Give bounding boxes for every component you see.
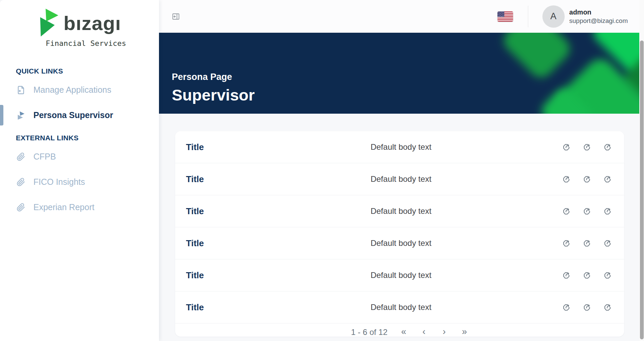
manage-applications-icon <box>16 85 26 95</box>
avatar: A <box>542 5 565 28</box>
list-row[interactable]: Title Default body text <box>175 195 624 227</box>
main-area: A admon support@bizagi.com Persona Page … <box>159 0 644 341</box>
brand-logo: bızagı Financial Services <box>0 0 159 48</box>
last-page-icon[interactable]: » <box>460 328 468 336</box>
list-row[interactable]: Title Default body text <box>175 131 624 163</box>
persona-list-card: Title Default body text <box>175 131 624 337</box>
sidebar-item-label: CFPB <box>33 152 56 162</box>
us-flag-icon <box>498 11 513 22</box>
row-body: Default body text <box>371 238 431 248</box>
row-body: Default body text <box>371 174 431 184</box>
row-body: Default body text <box>371 206 431 216</box>
share-icon[interactable] <box>603 303 612 312</box>
sidebar-item-persona-supervisor[interactable]: Persona Supervisor <box>0 103 159 128</box>
row-actions <box>562 143 616 152</box>
hero-banner: Persona Page Supervisor <box>159 33 644 114</box>
row-title: Title <box>186 270 329 281</box>
hero-eyebrow: Persona Page <box>172 72 644 82</box>
first-page-icon[interactable]: « <box>400 328 408 336</box>
active-item-indicator <box>0 105 3 125</box>
share-icon[interactable] <box>582 239 591 248</box>
list-row[interactable]: Title Default body text <box>175 259 624 291</box>
sidebar-item-label: FICO Insights <box>33 177 85 187</box>
share-icon[interactable] <box>562 271 571 280</box>
paperclip-icon <box>16 177 26 187</box>
share-icon[interactable] <box>562 207 571 216</box>
sidebar-item-cfpb[interactable]: CFPB <box>0 144 159 169</box>
bizagi-arrow-logo-icon <box>38 8 60 38</box>
sidebar: bızagı Financial Services QUICK LINKS Ma… <box>0 0 159 341</box>
app-window: bızagı Financial Services QUICK LINKS Ma… <box>0 0 644 341</box>
persona-icon <box>16 110 26 120</box>
share-icon[interactable] <box>603 239 612 248</box>
brand-wordmark: bızagı <box>63 13 121 33</box>
next-page-icon[interactable]: › <box>440 328 448 336</box>
sidebar-nav: QUICK LINKS Manage Applications <box>0 67 159 220</box>
previous-page-icon[interactable]: ‹ <box>420 328 428 336</box>
page-title: Supervisor <box>172 86 644 104</box>
topbar-divider <box>528 6 528 27</box>
share-icon[interactable] <box>562 143 571 152</box>
row-body: Default body text <box>371 303 431 312</box>
brand-subtitle: Financial Services <box>46 39 126 48</box>
share-icon[interactable] <box>603 175 612 184</box>
share-icon[interactable] <box>582 303 591 312</box>
row-actions <box>562 303 616 312</box>
row-actions <box>562 271 616 280</box>
share-icon[interactable] <box>562 303 571 312</box>
sidebar-item-label: Experian Report <box>33 202 95 212</box>
row-title: Title <box>186 206 329 217</box>
row-actions <box>562 207 616 216</box>
row-title: Title <box>186 238 329 249</box>
row-body: Default body text <box>371 142 431 152</box>
row-title: Title <box>186 302 329 313</box>
sidebar-item-fico-insights[interactable]: FICO Insights <box>0 169 159 195</box>
share-icon[interactable] <box>562 175 571 184</box>
list-row[interactable]: Title Default body text <box>175 163 624 195</box>
list-row[interactable]: Title Default body text <box>175 227 624 259</box>
paperclip-icon <box>16 152 26 162</box>
row-body: Default body text <box>371 271 431 280</box>
paperclip-icon <box>16 202 26 212</box>
content-area: Title Default body text <box>159 114 644 341</box>
share-icon[interactable] <box>582 271 591 280</box>
user-menu[interactable]: A admon support@bizagi.com <box>542 5 628 28</box>
scrollbar-thumb[interactable] <box>640 40 644 339</box>
row-actions <box>562 175 616 184</box>
user-name: admon <box>569 8 628 16</box>
row-title: Title <box>186 174 329 184</box>
sidebar-item-experian-report[interactable]: Experian Report <box>0 195 159 220</box>
row-actions <box>562 239 616 248</box>
paginator: 1 - 6 of 12 « ‹ › » <box>195 323 624 337</box>
scrollbar-track[interactable] <box>639 0 644 341</box>
sidebar-item-label: Manage Applications <box>33 85 111 95</box>
share-icon[interactable] <box>603 271 612 280</box>
share-icon[interactable] <box>603 207 612 216</box>
row-title: Title <box>186 142 329 152</box>
sidebar-item-label: Persona Supervisor <box>33 110 113 120</box>
share-icon[interactable] <box>582 175 591 184</box>
language-selector[interactable] <box>498 11 513 22</box>
share-icon[interactable] <box>603 143 612 152</box>
topbar: A admon support@bizagi.com <box>159 0 644 33</box>
list-row[interactable]: Title Default body text <box>175 291 624 323</box>
share-icon[interactable] <box>582 143 591 152</box>
sidebar-item-manage-applications[interactable]: Manage Applications <box>0 77 159 103</box>
user-email: support@bizagi.com <box>569 17 628 25</box>
nav-section-quick-links: QUICK LINKS <box>0 67 159 75</box>
share-icon[interactable] <box>562 239 571 248</box>
paginator-range-label: 1 - 6 of 12 <box>351 328 387 337</box>
collapse-sidebar-icon[interactable] <box>171 12 181 21</box>
share-icon[interactable] <box>582 207 591 216</box>
nav-section-external-links: EXTERNAL LINKS <box>0 134 159 142</box>
